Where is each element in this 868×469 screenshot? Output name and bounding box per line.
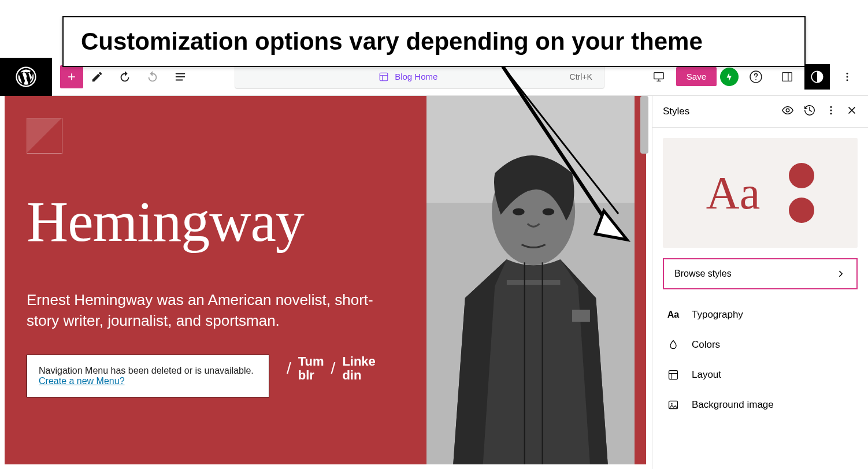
layout-icon	[666, 369, 680, 381]
sidebar-more-button[interactable]	[825, 105, 837, 118]
svg-rect-2	[380, 73, 388, 81]
tumblr-link[interactable]: Tum blr	[298, 355, 324, 382]
redo-button[interactable]	[141, 65, 164, 88]
styles-sidebar: Styles Aa Browse styles Aa Typog	[652, 96, 868, 469]
document-bar[interactable]: Blog Home Ctrl+K	[235, 65, 604, 89]
undo-button[interactable]	[113, 65, 136, 88]
close-icon	[846, 105, 858, 116]
background-image-option[interactable]: Background image	[652, 390, 868, 420]
svg-point-10	[847, 72, 848, 74]
kebab-icon	[825, 105, 837, 116]
edit-tool-button[interactable]	[86, 65, 109, 88]
desktop-icon	[652, 70, 665, 83]
social-links[interactable]: / Tum blr / Linke din	[287, 355, 376, 382]
create-menu-link[interactable]: Create a new Menu?	[39, 376, 125, 386]
plus-icon: +	[68, 69, 76, 85]
revisions-button[interactable]	[803, 104, 816, 119]
redo-icon	[146, 70, 159, 83]
svg-rect-24	[669, 371, 678, 379]
add-block-button[interactable]: +	[60, 65, 83, 88]
typography-icon: Aa	[666, 310, 680, 320]
save-button[interactable]: Save	[676, 67, 717, 86]
nav-menu-warning: Navigation Menu has been deleted or is u…	[27, 355, 269, 397]
panel-icon	[781, 70, 793, 83]
browse-styles-button[interactable]: Browse styles	[663, 258, 858, 289]
callout-box: Customization options vary depending on …	[62, 16, 806, 67]
settings-panel-button[interactable]	[776, 65, 799, 88]
svg-point-12	[847, 79, 848, 81]
help-button[interactable]	[744, 65, 767, 88]
svg-rect-7	[782, 72, 792, 81]
editor-canvas[interactable]: Hemingway Ernest Hemingway was an Americ…	[5, 96, 646, 464]
svg-point-20	[786, 109, 789, 112]
wordpress-icon	[16, 66, 36, 87]
breadcrumb-label: Blog Home	[395, 72, 437, 81]
kebab-icon	[841, 71, 853, 83]
svg-point-17	[543, 208, 555, 215]
list-icon	[174, 70, 187, 83]
svg-point-28	[671, 403, 673, 405]
image-icon	[666, 399, 680, 411]
jetpack-button[interactable]	[720, 68, 739, 86]
svg-rect-19	[572, 310, 590, 322]
style-preview[interactable]: Aa	[663, 138, 858, 248]
sidebar-header: Styles	[652, 96, 868, 128]
featured-image[interactable]	[426, 96, 635, 464]
site-logo-placeholder[interactable]	[27, 118, 62, 154]
callout-text: Customization options vary depending on …	[81, 28, 787, 55]
chevron-right-icon	[836, 269, 846, 279]
linkedin-link[interactable]: Linke din	[342, 355, 375, 382]
site-tagline[interactable]: Ernest Hemingway was an American novelis…	[27, 289, 385, 332]
template-icon	[379, 72, 389, 82]
history-icon	[803, 104, 816, 117]
close-sidebar-button[interactable]	[846, 105, 858, 118]
pencil-icon	[91, 70, 103, 83]
svg-point-21	[830, 106, 832, 108]
contrast-icon	[810, 69, 825, 84]
preview-colors	[789, 163, 814, 223]
svg-point-16	[513, 208, 525, 215]
more-options-button[interactable]	[836, 65, 859, 88]
typography-option[interactable]: Aa Typography	[652, 300, 868, 330]
svg-rect-5	[654, 72, 664, 79]
wordpress-logo-button[interactable]	[0, 58, 52, 96]
colors-option[interactable]: Colors	[652, 330, 868, 360]
svg-point-22	[830, 110, 832, 111]
help-icon	[749, 70, 763, 84]
shortcut-hint: Ctrl+K	[570, 72, 592, 81]
layout-option[interactable]: Layout	[652, 360, 868, 390]
svg-rect-18	[507, 280, 561, 285]
droplet-icon	[666, 339, 680, 351]
sidebar-title: Styles	[663, 106, 689, 117]
undo-icon	[118, 70, 131, 83]
svg-point-23	[830, 113, 832, 114]
jetpack-icon	[724, 72, 735, 82]
canvas-scrollbar[interactable]	[640, 96, 648, 154]
style-book-button[interactable]	[781, 104, 794, 119]
view-button[interactable]	[647, 65, 670, 88]
list-view-button[interactable]	[169, 65, 192, 88]
styles-panel-toggle[interactable]	[804, 64, 830, 90]
eye-icon	[781, 104, 794, 117]
svg-point-11	[847, 76, 848, 77]
preview-typography: Aa	[706, 167, 760, 219]
